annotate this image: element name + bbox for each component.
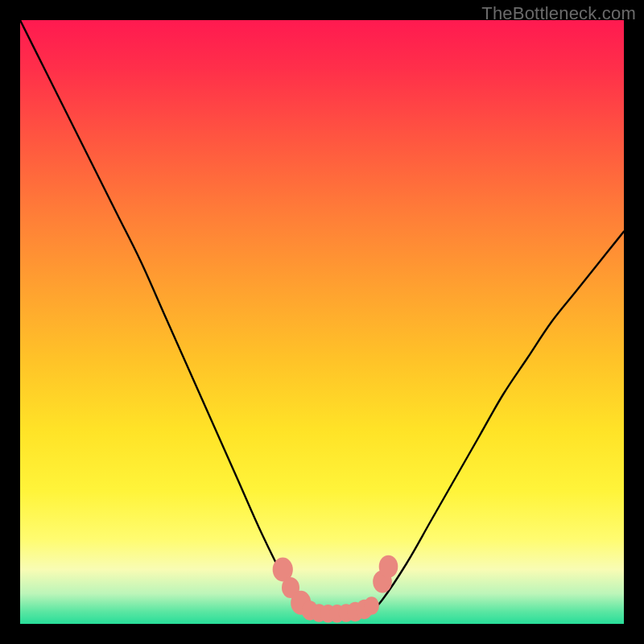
- chart-frame: TheBottleneck.com: [0, 0, 644, 644]
- bottleneck-curve: [20, 20, 624, 618]
- plot-area: [20, 20, 624, 624]
- curve-markers: [273, 555, 398, 623]
- marker-dot: [379, 555, 398, 578]
- marker-dot: [364, 597, 379, 615]
- watermark-text: TheBottleneck.com: [481, 3, 636, 24]
- curve-layer: [20, 20, 624, 624]
